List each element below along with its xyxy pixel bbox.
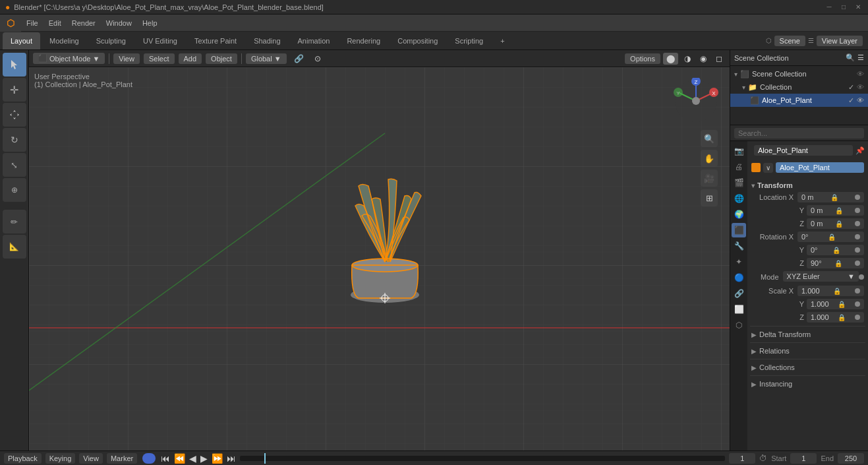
aloe-vis[interactable]: 👁 [857, 96, 864, 104]
current-frame-box[interactable]: 1 [729, 453, 755, 464]
location-y-field[interactable]: 0 m 🔒 [807, 205, 864, 216]
scale-lock-x[interactable]: 🔒 [833, 288, 841, 295]
tool-scale[interactable]: ⤡ [3, 153, 26, 177]
prop-icon-constraints[interactable]: 🔗 [732, 286, 746, 301]
prev-keyframe-button[interactable]: ⏪ [174, 453, 185, 464]
object-mode-dropdown[interactable]: ⬛ Object Mode ▼ [33, 53, 105, 64]
prop-icon-view[interactable]: 🎬 [732, 175, 746, 190]
scale-x-field[interactable]: 1.000 🔒 [797, 286, 864, 296]
tool-select[interactable] [3, 53, 26, 77]
menu-help[interactable]: Help [137, 15, 163, 32]
properties-search[interactable] [734, 128, 864, 139]
collection-checkbox[interactable]: ✓ [848, 83, 854, 92]
scene-name[interactable]: Scene [774, 36, 805, 46]
prop-icon-material[interactable]: ⬡ [732, 318, 746, 332]
prop-icon-object[interactable]: ⬛ [732, 223, 746, 237]
location-x-field[interactable]: 0 m 🔒 [797, 192, 864, 202]
options-button[interactable]: Options [625, 53, 660, 64]
tool-transform[interactable]: ⊕ [3, 178, 26, 202]
scale-y-field[interactable]: 1.000 🔒 [807, 299, 864, 309]
rot-lock-y[interactable]: 🔒 [832, 247, 840, 254]
tab-modeling[interactable]: Modeling [42, 32, 87, 49]
tab-sculpting[interactable]: Sculpting [88, 32, 134, 49]
outliner-search-icon[interactable]: 🔍 [846, 53, 855, 62]
outliner-aloe-plant[interactable]: ⬛ Aloe_Pot_Plant ✓ 👁 [730, 94, 868, 107]
prop-icon-physics[interactable]: 🔵 [732, 270, 746, 285]
tab-compositing[interactable]: Compositing [390, 32, 446, 49]
collections-header[interactable]: ▶ Collections [750, 362, 865, 373]
playback-menu[interactable]: Playback [4, 453, 42, 464]
rotation-z-field[interactable]: 90° 🔒 [807, 258, 864, 268]
keying-menu[interactable]: Keying [45, 453, 76, 464]
scale-lock-y[interactable]: 🔒 [838, 301, 846, 308]
viewport-shading-solid[interactable]: ⬤ [663, 53, 678, 65]
close-button[interactable]: ✕ [854, 3, 863, 12]
rotation-mode-dropdown[interactable]: XYZ Euler ▼ [783, 271, 859, 282]
scene-collection-vis[interactable]: 👁 [857, 70, 864, 78]
tab-uv-editing[interactable]: UV Editing [135, 32, 185, 49]
snap-icon[interactable]: 🔗 [291, 53, 307, 65]
viewlayer-name[interactable]: View Layer [817, 36, 863, 46]
scale-lock-z[interactable]: 🔒 [838, 314, 846, 321]
delta-transform-header[interactable]: ▶ Delta Transform [750, 329, 865, 340]
rotation-y-field[interactable]: 0° 🔒 [807, 245, 864, 255]
next-keyframe-button[interactable]: ⏩ [212, 453, 223, 464]
tab-layout[interactable]: Layout [3, 32, 40, 49]
tab-shading[interactable]: Shading [246, 32, 288, 49]
jump-start-button[interactable]: ⏮ [161, 453, 170, 464]
scale-z-field[interactable]: 1.000 🔒 [807, 312, 864, 323]
hand-tool-button[interactable]: ✋ [701, 150, 718, 167]
prop-icon-render[interactable]: 📷 [732, 144, 746, 158]
data-name-field[interactable]: Aloe_Pot_Plant [776, 162, 864, 173]
grid-button[interactable]: ⊞ [701, 189, 718, 206]
tool-rotate[interactable]: ↻ [3, 128, 26, 152]
aloe-checkbox[interactable]: ✓ [848, 96, 854, 105]
camera-button[interactable]: 🎥 [701, 170, 718, 187]
tool-cursor[interactable]: ✛ [3, 78, 26, 102]
menu-file[interactable]: File [21, 15, 43, 32]
jump-end-button[interactable]: ⏭ [227, 453, 236, 464]
menu-render[interactable]: Render [67, 15, 101, 32]
lock-z-icon[interactable]: 🔒 [835, 220, 843, 228]
relations-header[interactable]: ▶ Relations [750, 346, 865, 356]
menu-window[interactable]: Window [101, 15, 137, 32]
collection-vis[interactable]: 👁 [857, 83, 864, 91]
viewport-shading-wire[interactable]: ◻ [712, 53, 726, 65]
prop-icon-modifier[interactable]: 🔧 [732, 239, 746, 253]
global-dropdown[interactable]: Global ▼ [246, 53, 287, 64]
tool-annotate[interactable]: ✏ [3, 210, 26, 233]
select-menu[interactable]: Select [144, 53, 175, 64]
tab-texture-paint[interactable]: Texture Paint [187, 32, 245, 49]
timeline-track[interactable] [240, 456, 725, 461]
navigation-gizmo[interactable]: X Y Z [673, 78, 719, 124]
instancing-header[interactable]: ▶ Instancing [750, 379, 865, 389]
tool-move[interactable] [3, 103, 26, 127]
rot-lock-z[interactable]: 🔒 [834, 260, 842, 267]
timeline-view-menu[interactable]: View [79, 453, 103, 464]
start-frame-box[interactable]: 1 [790, 453, 817, 464]
prop-icon-scene[interactable]: 🌐 [732, 191, 746, 206]
view-menu[interactable]: View [113, 53, 140, 64]
outliner-scene-collection[interactable]: ▾ ⬛ Scene Collection 👁 [730, 67, 868, 80]
transform-section-header[interactable]: ▾ Transform [750, 179, 865, 191]
play-button[interactable]: ▶ [200, 453, 208, 464]
prop-icon-data[interactable]: ⬜ [732, 302, 746, 317]
minimize-button[interactable]: ─ [825, 3, 834, 12]
marker-menu[interactable]: Marker [107, 453, 137, 464]
pin-icon[interactable]: 📌 [855, 146, 865, 155]
tab-animation[interactable]: Animation [290, 32, 338, 49]
outliner-collection[interactable]: ▾ 📁 Collection ✓ 👁 [730, 80, 868, 94]
prop-icon-output[interactable]: 🖨 [732, 160, 746, 174]
outliner-filter-icon[interactable]: ☰ [857, 53, 864, 62]
lock-y-icon[interactable]: 🔒 [835, 207, 843, 214]
object-menu[interactable]: Object [206, 53, 237, 64]
tab-scripting[interactable]: Scripting [447, 32, 491, 49]
proportional-icon[interactable]: ⊙ [311, 53, 324, 65]
end-frame-box[interactable]: 250 [838, 453, 864, 464]
zoom-lens-button[interactable]: 🔍 [701, 130, 718, 147]
rotation-x-field[interactable]: 0° 🔒 [797, 232, 864, 242]
viewport-shading-rendered[interactable]: ◉ [697, 53, 710, 65]
blender-logo[interactable]: ⬡ [0, 15, 21, 32]
prop-icon-world[interactable]: 🌍 [732, 207, 746, 222]
tab-add[interactable]: + [492, 32, 512, 49]
